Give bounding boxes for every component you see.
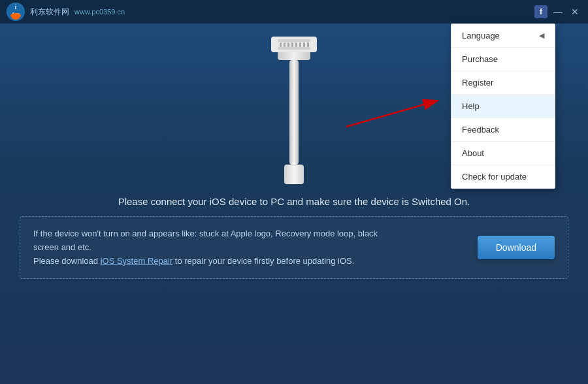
svg-line-5 bbox=[346, 101, 438, 127]
connect-message: Please connect your iOS device to PC and… bbox=[118, 196, 470, 207]
menu-item-about-label: About bbox=[462, 148, 484, 158]
menu-item-purchase-label: Purchase bbox=[462, 54, 498, 64]
info-line2: screen and etc. bbox=[33, 242, 91, 252]
menu-item-check-update-label: Check for update bbox=[462, 172, 527, 182]
info-line3-before: Please download bbox=[33, 256, 101, 266]
menu-item-about[interactable]: About bbox=[451, 142, 555, 165]
app-cn-name: 利东软件网 bbox=[30, 7, 69, 18]
cable-wire bbox=[289, 60, 299, 165]
close-button[interactable]: ✕ bbox=[568, 5, 581, 18]
main-area: Please connect your iOS device to PC and… bbox=[0, 24, 588, 384]
menu-item-help[interactable]: Help bbox=[451, 95, 555, 118]
menu-item-language[interactable]: Language ◀ bbox=[451, 24, 555, 48]
red-arrow-pointer bbox=[340, 94, 457, 136]
svg-point-3 bbox=[12, 16, 20, 20]
info-text: If the device won't turn on and appears … bbox=[33, 227, 378, 268]
menu-item-feedback[interactable]: Feedback bbox=[451, 118, 555, 142]
info-line3-after: to repair your device firstly before upd… bbox=[172, 256, 354, 266]
menu-item-register[interactable]: Register bbox=[451, 71, 555, 95]
title-bar-controls: f — ✕ bbox=[534, 5, 581, 18]
cable-end bbox=[284, 165, 304, 184]
minimize-button[interactable]: — bbox=[551, 5, 564, 18]
title-bar-left: i Any 利东软件网 www.pc0359.cn bbox=[7, 3, 125, 21]
menu-item-help-label: Help bbox=[462, 101, 480, 111]
language-arrow-icon: ◀ bbox=[539, 31, 544, 40]
svg-text:i: i bbox=[15, 4, 17, 10]
cable-connector-top bbox=[271, 37, 317, 52]
ios-repair-link[interactable]: iOS System Repair bbox=[101, 256, 173, 266]
menu-item-check-update[interactable]: Check for update bbox=[451, 165, 555, 188]
menu-item-language-label: Language bbox=[462, 31, 500, 40]
menu-item-feedback-label: Feedback bbox=[462, 125, 499, 135]
app-logo: i Any bbox=[7, 3, 25, 21]
dropdown-menu: Language ◀ Purchase Register Help Feedba… bbox=[451, 24, 555, 189]
cable-illustration bbox=[271, 37, 317, 184]
info-box: If the device won't turn on and appears … bbox=[20, 216, 568, 279]
menu-item-register-label: Register bbox=[462, 78, 493, 88]
info-line1: If the device won't turn on and appears … bbox=[33, 229, 378, 238]
facebook-icon[interactable]: f bbox=[534, 5, 547, 18]
title-bar: i Any 利东软件网 www.pc0359.cn f — ✕ bbox=[0, 0, 588, 24]
cable-body-top bbox=[278, 52, 310, 60]
app-url: www.pc0359.cn bbox=[74, 8, 125, 16]
menu-item-purchase[interactable]: Purchase bbox=[451, 48, 555, 71]
download-button[interactable]: Download bbox=[478, 236, 555, 259]
svg-text:Any: Any bbox=[12, 12, 20, 16]
